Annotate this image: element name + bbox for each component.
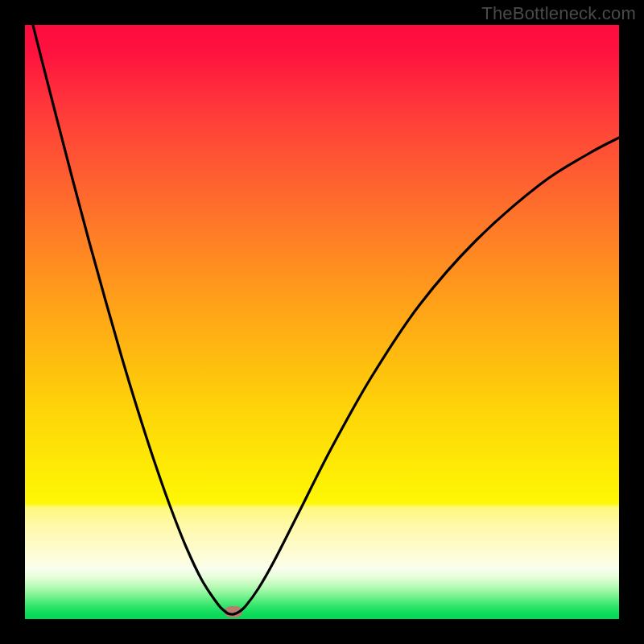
watermark-text: TheBottleneck.com xyxy=(481,3,636,24)
chart-frame: TheBottleneck.com xyxy=(0,0,644,644)
bottleneck-curve xyxy=(25,25,619,619)
plot-area xyxy=(25,25,619,619)
curve-path xyxy=(25,25,619,614)
